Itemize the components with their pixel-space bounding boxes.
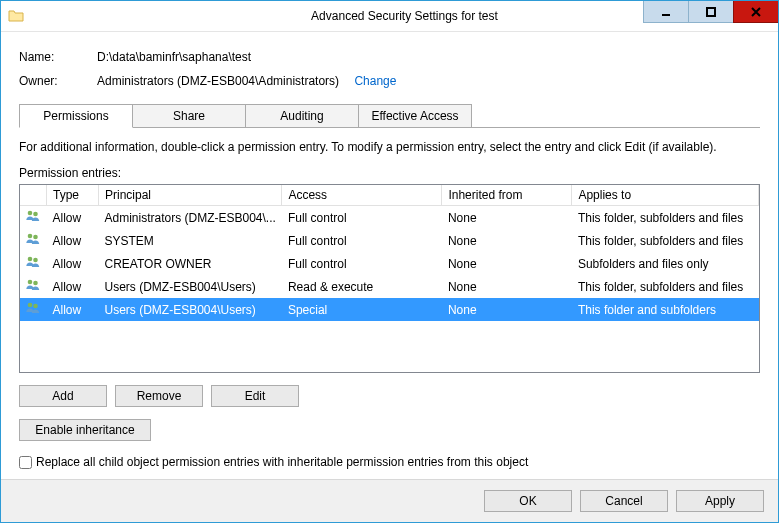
table-row[interactable]: AllowUsers (DMZ-ESB004\Users)Read & exec…	[20, 275, 759, 298]
dialog-footer: OK Cancel Apply	[1, 479, 778, 522]
folder-icon	[1, 8, 31, 24]
inheritance-row: Enable inheritance	[19, 419, 760, 441]
table-row[interactable]: AllowAdministrators (DMZ-ESB004\...Full …	[20, 206, 759, 230]
table-row[interactable]: AllowSYSTEMFull controlNoneThis folder, …	[20, 229, 759, 252]
cell-applies: This folder and subfolders	[572, 298, 759, 321]
table-row[interactable]: AllowUsers (DMZ-ESB004\Users)SpecialNone…	[20, 298, 759, 321]
owner-text: Administrators (DMZ-ESB004\Administrator…	[97, 74, 339, 88]
svg-point-8	[28, 280, 33, 285]
svg-point-10	[28, 303, 33, 308]
tab-permissions[interactable]: Permissions	[19, 104, 133, 128]
replace-checkbox-row[interactable]: Replace all child object permission entr…	[19, 455, 760, 469]
titlebar: Advanced Security Settings for test	[1, 1, 778, 32]
cell-access: Full control	[282, 252, 442, 275]
svg-rect-0	[662, 14, 670, 16]
svg-point-5	[33, 235, 38, 240]
svg-point-4	[28, 234, 33, 239]
svg-rect-1	[707, 8, 715, 16]
name-label: Name:	[19, 50, 97, 64]
tab-strip: Permissions Share Auditing Effective Acc…	[19, 104, 471, 128]
cell-access: Full control	[282, 206, 442, 230]
users-icon	[20, 275, 47, 298]
col-access[interactable]: Access	[282, 185, 442, 206]
cell-type: Allow	[47, 298, 99, 321]
security-settings-window: Advanced Security Settings for test Name…	[0, 0, 779, 523]
cell-principal: CREATOR OWNER	[99, 252, 282, 275]
svg-point-3	[33, 212, 38, 217]
window-buttons	[643, 1, 778, 31]
tab-effective-access[interactable]: Effective Access	[358, 104, 472, 128]
apply-button[interactable]: Apply	[676, 490, 764, 512]
remove-button[interactable]: Remove	[115, 385, 203, 407]
cell-inherited: None	[442, 252, 572, 275]
cell-inherited: None	[442, 298, 572, 321]
owner-label: Owner:	[19, 74, 97, 88]
name-value: D:\data\baminfr\saphana\test	[97, 50, 251, 64]
cell-principal: SYSTEM	[99, 229, 282, 252]
svg-point-2	[28, 211, 33, 216]
col-principal[interactable]: Principal	[99, 185, 282, 206]
users-icon	[20, 206, 47, 230]
svg-point-9	[33, 281, 38, 286]
cell-principal: Users (DMZ-ESB004\Users)	[99, 298, 282, 321]
cell-type: Allow	[47, 252, 99, 275]
cancel-button[interactable]: Cancel	[580, 490, 668, 512]
enable-inheritance-button[interactable]: Enable inheritance	[19, 419, 151, 441]
close-button[interactable]	[733, 1, 778, 23]
minimize-button[interactable]	[643, 1, 688, 23]
tab-share[interactable]: Share	[132, 104, 246, 128]
cell-access: Full control	[282, 229, 442, 252]
name-row: Name: D:\data\baminfr\saphana\test	[19, 50, 760, 64]
users-icon	[20, 229, 47, 252]
tab-auditing[interactable]: Auditing	[245, 104, 359, 128]
dialog-body: Name: D:\data\baminfr\saphana\test Owner…	[1, 32, 778, 479]
cell-inherited: None	[442, 275, 572, 298]
cell-principal: Users (DMZ-ESB004\Users)	[99, 275, 282, 298]
cell-applies: This folder, subfolders and files	[572, 275, 759, 298]
edit-button[interactable]: Edit	[211, 385, 299, 407]
cell-access: Special	[282, 298, 442, 321]
replace-checkbox-label: Replace all child object permission entr…	[36, 455, 528, 469]
svg-point-6	[28, 257, 33, 262]
cell-principal: Administrators (DMZ-ESB004\...	[99, 206, 282, 230]
col-type[interactable]: Type	[47, 185, 99, 206]
owner-row: Owner: Administrators (DMZ-ESB004\Admini…	[19, 74, 760, 88]
table-row[interactable]: AllowCREATOR OWNERFull controlNoneSubfol…	[20, 252, 759, 275]
permission-entries-grid[interactable]: Type Principal Access Inherited from App…	[19, 184, 760, 373]
replace-checkbox[interactable]	[19, 456, 32, 469]
cell-type: Allow	[47, 275, 99, 298]
cell-applies: Subfolders and files only	[572, 252, 759, 275]
col-applies[interactable]: Applies to	[572, 185, 759, 206]
entry-buttons-row: Add Remove Edit	[19, 385, 760, 407]
col-inherited[interactable]: Inherited from	[442, 185, 572, 206]
entries-label: Permission entries:	[19, 166, 760, 180]
cell-inherited: None	[442, 206, 572, 230]
permission-table: Type Principal Access Inherited from App…	[20, 185, 759, 321]
info-text: For additional information, double-click…	[19, 140, 760, 154]
svg-point-7	[33, 258, 38, 263]
users-icon	[20, 252, 47, 275]
cell-access: Read & execute	[282, 275, 442, 298]
cell-type: Allow	[47, 206, 99, 230]
maximize-button[interactable]	[688, 1, 733, 23]
cell-applies: This folder, subfolders and files	[572, 229, 759, 252]
svg-point-11	[33, 304, 38, 309]
table-header-row: Type Principal Access Inherited from App…	[20, 185, 759, 206]
change-owner-link[interactable]: Change	[354, 74, 396, 88]
add-button[interactable]: Add	[19, 385, 107, 407]
cell-type: Allow	[47, 229, 99, 252]
col-icon[interactable]	[20, 185, 47, 206]
owner-value: Administrators (DMZ-ESB004\Administrator…	[97, 74, 396, 88]
cell-inherited: None	[442, 229, 572, 252]
cell-applies: This folder, subfolders and files	[572, 206, 759, 230]
users-icon	[20, 298, 47, 321]
ok-button[interactable]: OK	[484, 490, 572, 512]
